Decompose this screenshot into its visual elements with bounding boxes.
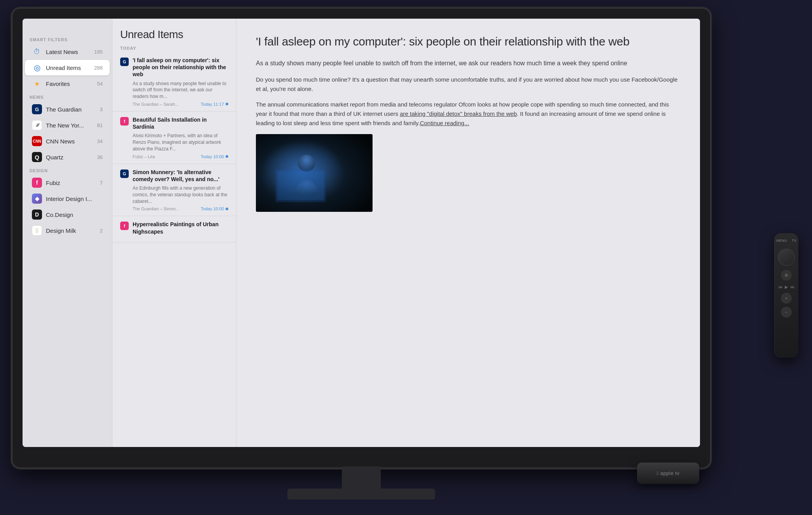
article-content-title: 'I fall asleep on my computer': six peop… [256,34,681,49]
remote-select-btn[interactable] [781,270,792,281]
sidebar-item-quartz[interactable]: Q Quartz 36 [25,149,110,165]
favorites-count: 54 [97,81,103,87]
sidebar-item-codesign[interactable]: D Co.Design [25,207,110,222]
article3-time: Today 10:00 [201,206,228,211]
article-item-3[interactable]: G Simon Munnery: 'Is alternative comedy … [112,164,236,216]
article-list-title: Unread Items [112,19,236,43]
remote-play-icon[interactable]: ▶ [785,285,788,290]
remote-tv-label[interactable]: TV [792,239,796,243]
clock-icon: ⏱ [32,47,42,57]
sidebar-item-guardian[interactable]: G The Guardian 3 [25,101,110,117]
nyt-count: 81 [97,122,103,128]
fubiz-icon: f [32,178,42,188]
news-section-label: NEWS [23,92,112,101]
article1-excerpt: As a study shows many people feel unable… [133,80,228,100]
latest-news-count: 195 [94,49,103,55]
remote-menu-label[interactable]: MENU [776,239,787,243]
fubiz-count: 7 [100,180,103,186]
article2-meta: Fubiz – Léa Today 10:00 [133,154,228,159]
smart-filters-label: SMART FILTERS [23,34,112,44]
interior-label: Interior Design I... [46,196,103,202]
article-list: Unread Items TODAY G 'I fall asleep on m… [112,19,236,447]
designmilk-label: Design Milk [46,227,100,234]
article2-title: Beautiful Sails Installation in Sardinia [133,116,228,130]
quartz-icon: Q [32,152,42,162]
cnn-icon: CNN [32,136,42,146]
favorites-label: Favorites [46,80,97,87]
designmilk-icon: 🥛 [32,225,42,236]
guardian-label: The Guardian [46,106,100,113]
nyt-icon: 𝒯 [32,120,42,130]
unread-items-label: Unread Items [46,65,94,71]
appletv-logo:  apple tv [657,470,680,476]
article-image [256,134,373,212]
tv-stand-base [287,489,435,499]
article2-feed-icon: f [120,117,129,126]
sidebar-item-favorites[interactable]: ★ Favorites 54 [25,76,110,91]
article4-title: Hyperrealistic Paintings of Urban Nighsc… [133,221,228,235]
article3-title: Simon Munnery: 'Is alternative comedy ov… [133,169,228,183]
quartz-label: Quartz [46,154,97,161]
article1-title: 'I fall asleep on my computer': six peop… [133,57,228,78]
article3-dot [226,208,228,210]
designmilk-count: 2 [100,228,103,234]
appletv-box:  apple tv [637,463,699,484]
article2-dot [226,155,228,158]
article1-feed-icon: G [120,58,129,66]
sidebar-item-fubiz[interactable]: f Fubiz 7 [25,175,110,190]
article4-feed-icon: f [120,222,129,230]
fubiz-label: Fubiz [46,180,100,186]
sidebar-item-interior[interactable]: ◆ Interior Design I... [25,191,110,206]
circle-icon: ◎ [32,63,42,73]
remote-vol-down[interactable]: − [781,307,792,318]
sidebar: SMART FILTERS ⏱ Latest News 195 ◎ Unread… [23,19,112,447]
continue-reading-link[interactable]: Continue reading... [420,120,469,126]
article-link[interactable]: are taking "digital detox" breaks from t… [400,110,517,117]
design-section-label: DESIGN [23,165,112,175]
article-item-1[interactable]: G 'I fall asleep on my computer': six pe… [112,52,236,112]
codesign-icon: D [32,209,42,220]
article-item-2[interactable]: f Beautiful Sails Installation in Sardin… [112,112,236,164]
tv-body: SMART FILTERS ⏱ Latest News 195 ◎ Unread… [12,8,711,468]
article3-excerpt: As Edinburgh fills with a new generation… [133,185,228,204]
latest-news-label: Latest News [46,49,94,55]
interior-icon: ◆ [32,194,42,204]
article-body-p2: The annual communications market report … [256,100,681,128]
cnn-label: CNN News [46,138,97,145]
sidebar-item-cnn[interactable]: CNN CNN News 34 [25,133,110,149]
article2-excerpt: Alvisi Kirimoto + Partners, with an idea… [133,133,228,152]
unread-items-count: 288 [94,65,103,71]
article-body-p1: Do you spend too much time online? It's … [256,75,681,94]
article1-time: Today 11:17 [201,102,228,106]
remote-skip-back-icon[interactable]: ⏮ [778,285,782,290]
article-content-subtitle: As a study shows many people feel unable… [256,59,681,68]
article3-feed-icon: G [120,169,129,178]
article2-time: Today 10:00 [201,154,228,159]
guardian-icon: G [32,104,42,114]
cnn-count: 34 [97,138,103,144]
tv-stand-neck [342,466,381,492]
article1-source: The Guardian – Sarah... [133,102,178,106]
article-item-4[interactable]: f Hyperrealistic Paintings of Urban Nigh… [112,216,236,242]
sidebar-item-nyt[interactable]: 𝒯 The New Yor... 81 [25,117,110,133]
sidebar-item-latest-news[interactable]: ⏱ Latest News 195 [25,44,110,59]
article2-source: Fubiz – Léa [133,154,155,159]
article-content: 'I fall asleep on my computer': six peop… [236,19,700,447]
article3-meta: The Guardian – Simon... Today 10:00 [133,206,228,211]
remote-media-controls: ⏮ ▶ ⏭ [778,285,794,290]
article-image-inner [256,134,373,212]
remote-vol-up[interactable]: + [781,293,792,304]
remote-skip-fwd-icon[interactable]: ⏭ [790,285,794,290]
nyt-label: The New Yor... [46,122,97,129]
guardian-count: 3 [100,106,103,112]
remote-touchpad[interactable] [778,249,795,266]
image-glow [264,138,341,196]
tv-screen: SMART FILTERS ⏱ Latest News 195 ◎ Unread… [23,19,700,447]
article3-source: The Guardian – Simon... [133,206,179,211]
remote-top-row: MENU TV [776,239,796,243]
remote: MENU TV ⏮ ▶ ⏭ + − [774,233,798,358]
sidebar-item-unread-items[interactable]: ◎ Unread Items 288 [25,60,110,75]
sidebar-item-designmilk[interactable]: 🥛 Design Milk 2 [25,223,110,238]
star-icon: ★ [32,79,42,89]
quartz-count: 36 [97,154,103,160]
